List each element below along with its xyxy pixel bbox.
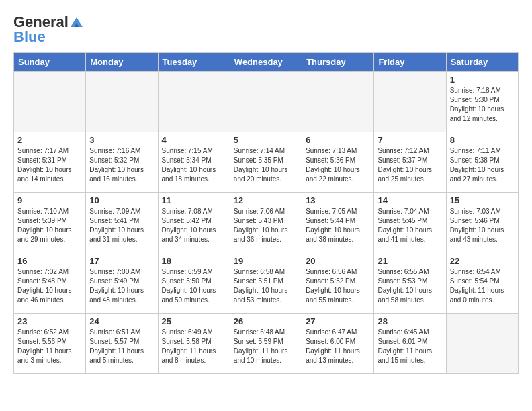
calendar-cell: 1Sunrise: 7:18 AMSunset: 5:30 PMDaylight… xyxy=(446,72,518,132)
logo-blue: Blue xyxy=(13,28,46,46)
day-number: 28 xyxy=(378,316,442,326)
calendar-cell xyxy=(302,72,374,132)
day-info: Sunrise: 7:10 AMSunset: 5:39 PMDaylight:… xyxy=(17,207,82,244)
day-number: 15 xyxy=(450,195,515,205)
col-header-friday: Friday xyxy=(374,53,446,72)
calendar-cell xyxy=(158,72,230,132)
col-header-sunday: Sunday xyxy=(14,53,86,72)
day-number: 9 xyxy=(17,195,82,205)
day-number: 3 xyxy=(89,135,154,145)
day-info: Sunrise: 7:04 AMSunset: 5:45 PMDaylight:… xyxy=(378,207,442,244)
day-number: 21 xyxy=(378,256,442,266)
calendar-cell xyxy=(446,314,518,374)
day-number: 25 xyxy=(162,316,226,326)
calendar-week-3: 9Sunrise: 7:10 AMSunset: 5:39 PMDaylight… xyxy=(14,193,519,253)
calendar-cell xyxy=(230,72,302,132)
day-number: 13 xyxy=(306,195,370,205)
calendar-cell: 9Sunrise: 7:10 AMSunset: 5:39 PMDaylight… xyxy=(14,193,86,253)
col-header-tuesday: Tuesday xyxy=(158,53,230,72)
day-info: Sunrise: 7:16 AMSunset: 5:32 PMDaylight:… xyxy=(89,146,154,184)
calendar-cell: 23Sunrise: 6:52 AMSunset: 5:56 PMDayligh… xyxy=(14,314,86,374)
day-info: Sunrise: 7:13 AMSunset: 5:36 PMDaylight:… xyxy=(306,146,370,184)
day-info: Sunrise: 7:03 AMSunset: 5:46 PMDaylight:… xyxy=(450,207,515,244)
day-number: 24 xyxy=(89,316,154,326)
calendar-cell xyxy=(374,72,446,132)
day-number: 1 xyxy=(450,75,515,85)
calendar-cell: 17Sunrise: 7:00 AMSunset: 5:49 PMDayligh… xyxy=(86,253,158,314)
day-info: Sunrise: 6:45 AMSunset: 6:01 PMDaylight:… xyxy=(378,328,442,365)
calendar-cell: 5Sunrise: 7:14 AMSunset: 5:35 PMDaylight… xyxy=(230,132,302,193)
calendar-cell: 18Sunrise: 6:59 AMSunset: 5:50 PMDayligh… xyxy=(158,253,230,314)
col-header-saturday: Saturday xyxy=(446,53,518,72)
calendar-cell: 11Sunrise: 7:08 AMSunset: 5:42 PMDayligh… xyxy=(158,193,230,253)
logo-icon xyxy=(69,16,84,28)
calendar-cell: 21Sunrise: 6:55 AMSunset: 5:53 PMDayligh… xyxy=(374,253,446,314)
day-info: Sunrise: 7:06 AMSunset: 5:43 PMDaylight:… xyxy=(234,207,298,244)
day-info: Sunrise: 7:09 AMSunset: 5:41 PMDaylight:… xyxy=(89,207,154,244)
day-info: Sunrise: 6:59 AMSunset: 5:50 PMDaylight:… xyxy=(162,267,226,305)
calendar-cell: 12Sunrise: 7:06 AMSunset: 5:43 PMDayligh… xyxy=(230,193,302,253)
calendar-week-5: 23Sunrise: 6:52 AMSunset: 5:56 PMDayligh… xyxy=(14,314,519,374)
day-info: Sunrise: 6:58 AMSunset: 5:51 PMDaylight:… xyxy=(234,267,298,305)
day-number: 8 xyxy=(450,135,515,145)
day-info: Sunrise: 7:15 AMSunset: 5:34 PMDaylight:… xyxy=(162,146,226,184)
day-info: Sunrise: 7:17 AMSunset: 5:31 PMDaylight:… xyxy=(17,146,82,184)
day-number: 16 xyxy=(17,256,82,266)
calendar-header-row: SundayMondayTuesdayWednesdayThursdayFrid… xyxy=(14,53,519,72)
calendar-cell: 13Sunrise: 7:05 AMSunset: 5:44 PMDayligh… xyxy=(302,193,374,253)
calendar-cell: 15Sunrise: 7:03 AMSunset: 5:46 PMDayligh… xyxy=(446,193,518,253)
calendar-week-4: 16Sunrise: 7:02 AMSunset: 5:48 PMDayligh… xyxy=(14,253,519,314)
day-info: Sunrise: 6:49 AMSunset: 5:58 PMDaylight:… xyxy=(162,328,226,365)
day-info: Sunrise: 6:54 AMSunset: 5:54 PMDaylight:… xyxy=(450,267,515,305)
calendar-cell: 4Sunrise: 7:15 AMSunset: 5:34 PMDaylight… xyxy=(158,132,230,193)
day-number: 6 xyxy=(306,135,370,145)
day-number: 7 xyxy=(378,135,442,145)
day-number: 10 xyxy=(89,195,154,205)
calendar-cell: 16Sunrise: 7:02 AMSunset: 5:48 PMDayligh… xyxy=(14,253,86,314)
col-header-monday: Monday xyxy=(86,53,158,72)
day-number: 17 xyxy=(89,256,154,266)
calendar-table: SundayMondayTuesdayWednesdayThursdayFrid… xyxy=(13,52,519,374)
calendar-cell xyxy=(14,72,86,132)
page-header: General Blue xyxy=(13,13,519,46)
day-info: Sunrise: 7:05 AMSunset: 5:44 PMDaylight:… xyxy=(306,207,370,244)
day-info: Sunrise: 7:08 AMSunset: 5:42 PMDaylight:… xyxy=(162,207,226,244)
day-info: Sunrise: 6:52 AMSunset: 5:56 PMDaylight:… xyxy=(17,328,82,365)
calendar-week-2: 2Sunrise: 7:17 AMSunset: 5:31 PMDaylight… xyxy=(14,132,519,193)
day-number: 27 xyxy=(306,316,370,326)
day-number: 2 xyxy=(17,135,82,145)
calendar-cell: 27Sunrise: 6:47 AMSunset: 6:00 PMDayligh… xyxy=(302,314,374,374)
calendar-cell: 10Sunrise: 7:09 AMSunset: 5:41 PMDayligh… xyxy=(86,193,158,253)
calendar-cell: 22Sunrise: 6:54 AMSunset: 5:54 PMDayligh… xyxy=(446,253,518,314)
calendar-cell: 26Sunrise: 6:48 AMSunset: 5:59 PMDayligh… xyxy=(230,314,302,374)
calendar-cell: 14Sunrise: 7:04 AMSunset: 5:45 PMDayligh… xyxy=(374,193,446,253)
day-number: 14 xyxy=(378,195,442,205)
calendar-cell: 19Sunrise: 6:58 AMSunset: 5:51 PMDayligh… xyxy=(230,253,302,314)
day-number: 11 xyxy=(162,195,226,205)
calendar-cell: 25Sunrise: 6:49 AMSunset: 5:58 PMDayligh… xyxy=(158,314,230,374)
col-header-wednesday: Wednesday xyxy=(230,53,302,72)
logo: General Blue xyxy=(13,13,85,46)
calendar-week-1: 1Sunrise: 7:18 AMSunset: 5:30 PMDaylight… xyxy=(14,72,519,132)
day-info: Sunrise: 7:12 AMSunset: 5:37 PMDaylight:… xyxy=(378,146,442,184)
col-header-thursday: Thursday xyxy=(302,53,374,72)
day-number: 5 xyxy=(234,135,298,145)
day-info: Sunrise: 7:14 AMSunset: 5:35 PMDaylight:… xyxy=(234,146,298,184)
day-info: Sunrise: 7:18 AMSunset: 5:30 PMDaylight:… xyxy=(450,86,515,124)
day-info: Sunrise: 6:48 AMSunset: 5:59 PMDaylight:… xyxy=(234,328,298,365)
day-number: 4 xyxy=(162,135,226,145)
day-info: Sunrise: 7:11 AMSunset: 5:38 PMDaylight:… xyxy=(450,146,515,184)
day-number: 26 xyxy=(234,316,298,326)
day-info: Sunrise: 6:55 AMSunset: 5:53 PMDaylight:… xyxy=(378,267,442,305)
day-info: Sunrise: 6:51 AMSunset: 5:57 PMDaylight:… xyxy=(89,328,154,365)
calendar-cell: 6Sunrise: 7:13 AMSunset: 5:36 PMDaylight… xyxy=(302,132,374,193)
day-number: 20 xyxy=(306,256,370,266)
day-info: Sunrise: 6:56 AMSunset: 5:52 PMDaylight:… xyxy=(306,267,370,305)
calendar-cell: 24Sunrise: 6:51 AMSunset: 5:57 PMDayligh… xyxy=(86,314,158,374)
day-number: 12 xyxy=(234,195,298,205)
calendar-cell: 2Sunrise: 7:17 AMSunset: 5:31 PMDaylight… xyxy=(14,132,86,193)
calendar-cell: 28Sunrise: 6:45 AMSunset: 6:01 PMDayligh… xyxy=(374,314,446,374)
calendar-cell: 7Sunrise: 7:12 AMSunset: 5:37 PMDaylight… xyxy=(374,132,446,193)
day-info: Sunrise: 7:02 AMSunset: 5:48 PMDaylight:… xyxy=(17,267,82,305)
day-number: 18 xyxy=(162,256,226,266)
